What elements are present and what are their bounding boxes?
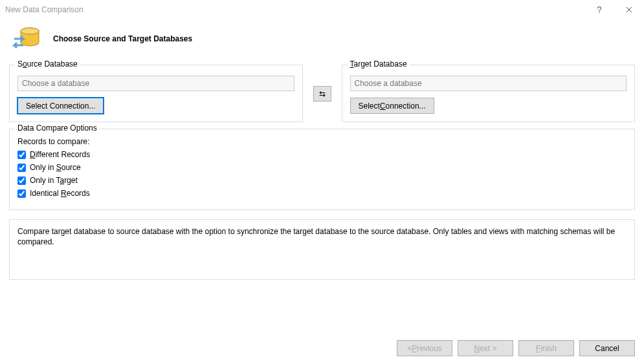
page-title: Choose Source and Target Databases bbox=[53, 34, 192, 43]
only-in-target-checkbox[interactable] bbox=[17, 177, 26, 185]
data-compare-options-group: Data Compare Options Records to compare:… bbox=[9, 129, 635, 210]
source-database-input[interactable] bbox=[17, 76, 294, 91]
source-select-connection-button[interactable]: Select Connection... bbox=[17, 98, 104, 114]
identical-records-label: Identical Records bbox=[30, 189, 90, 198]
previous-button[interactable]: < Previous bbox=[397, 340, 452, 356]
swap-icon: ⇆ bbox=[319, 90, 326, 98]
source-database-legend: Source Database bbox=[15, 59, 80, 69]
database-compare-icon bbox=[9, 25, 41, 53]
swap-databases-button[interactable]: ⇆ bbox=[313, 86, 331, 102]
description-text: Compare target database to source databa… bbox=[9, 219, 635, 280]
close-button[interactable] bbox=[614, 0, 644, 19]
window-title: New Data Comparison bbox=[5, 5, 83, 14]
only-in-source-row[interactable]: Only in Source bbox=[17, 163, 627, 172]
target-database-legend: Target Database bbox=[348, 59, 410, 69]
target-database-group: Target Database Select Connection... bbox=[342, 65, 636, 122]
only-in-source-label: Only in Source bbox=[30, 163, 81, 172]
finish-button[interactable]: Finish bbox=[518, 340, 574, 356]
only-in-target-row[interactable]: Only in Target bbox=[17, 176, 627, 185]
identical-records-row[interactable]: Identical Records bbox=[17, 189, 627, 198]
different-records-row[interactable]: Different Records bbox=[17, 150, 627, 159]
target-select-connection-button[interactable]: Select Connection... bbox=[350, 98, 434, 114]
only-in-target-label: Only in Target bbox=[30, 176, 78, 185]
options-legend: Data Compare Options bbox=[15, 123, 100, 133]
next-button[interactable]: Next > bbox=[458, 340, 513, 356]
wizard-footer: < Previous Next > Finish Cancel bbox=[397, 340, 635, 356]
cancel-button[interactable]: Cancel bbox=[579, 340, 635, 356]
titlebar: New Data Comparison ? bbox=[0, 0, 644, 19]
source-database-group: Source Database Select Connection... bbox=[9, 65, 303, 122]
only-in-source-checkbox[interactable] bbox=[17, 164, 26, 172]
different-records-label: Different Records bbox=[30, 150, 90, 159]
wizard-header: Choose Source and Target Databases bbox=[0, 19, 644, 65]
target-database-input[interactable] bbox=[350, 76, 627, 91]
svg-point-1 bbox=[21, 28, 39, 34]
different-records-checkbox[interactable] bbox=[17, 151, 26, 159]
records-to-compare-label: Records to compare: bbox=[17, 137, 627, 146]
help-button[interactable]: ? bbox=[584, 0, 614, 19]
identical-records-checkbox[interactable] bbox=[17, 189, 26, 198]
